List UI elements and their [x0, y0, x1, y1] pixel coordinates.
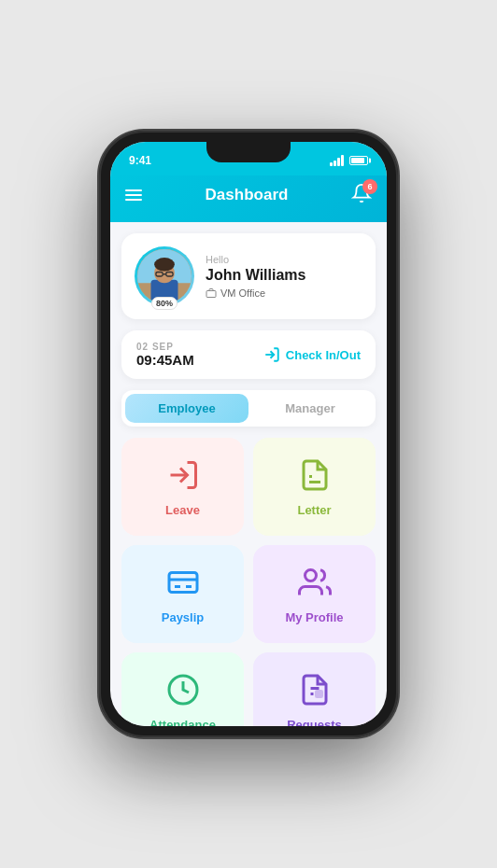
avatar-percent: 80%	[151, 297, 178, 310]
checkin-label: Check In/Out	[286, 348, 361, 362]
card-myprofile[interactable]: My Profile	[253, 545, 376, 643]
office-name: VM Office	[220, 287, 265, 299]
card-attendance[interactable]: Attendance	[121, 652, 244, 726]
notch	[206, 142, 291, 162]
date-label: 02 SEP	[136, 342, 194, 352]
svg-point-4	[154, 258, 175, 272]
checkin-button[interactable]: Check In/Out	[263, 346, 361, 363]
datetime-row: 02 SEP 09:45AM Check In/Out	[121, 330, 376, 379]
tabs-row: Employee Manager	[121, 390, 376, 427]
signal-icon	[330, 155, 344, 166]
profile-name: John Williams	[206, 267, 362, 284]
checkin-icon	[263, 346, 280, 363]
leave-icon	[164, 456, 202, 494]
letter-icon	[296, 456, 334, 494]
notification-badge: 6	[362, 179, 377, 194]
profile-icon	[296, 564, 334, 601]
letter-label: Letter	[297, 503, 331, 517]
header-title: Dashboard	[206, 186, 289, 204]
svg-rect-8	[206, 291, 216, 298]
payslip-icon	[164, 564, 202, 601]
profile-info: Hello John Williams VM Office	[206, 254, 362, 299]
avatar	[137, 249, 192, 303]
header: Dashboard 6	[110, 175, 387, 222]
profile-office: VM Office	[206, 287, 362, 299]
card-requests[interactable]: Requests	[253, 652, 376, 726]
status-time: 9:41	[129, 154, 151, 167]
content-area: 80% Hello John Williams VM Office	[110, 222, 387, 726]
time-label: 09:45AM	[136, 352, 194, 368]
tab-employee[interactable]: Employee	[125, 394, 248, 423]
status-icons	[330, 155, 368, 166]
svg-point-13	[305, 570, 316, 581]
profile-hello: Hello	[206, 254, 362, 265]
card-payslip[interactable]: Payslip	[121, 545, 244, 643]
requests-label: Requests	[287, 718, 342, 726]
office-icon	[206, 287, 217, 299]
myprofile-label: My Profile	[285, 610, 343, 624]
payslip-label: Payslip	[162, 610, 205, 624]
tab-manager[interactable]: Manager	[248, 394, 372, 423]
profile-card: 80% Hello John Williams VM Office	[121, 233, 376, 319]
date-block: 02 SEP 09:45AM	[136, 342, 194, 368]
notification-button[interactable]: 6	[351, 183, 372, 207]
leave-label: Leave	[165, 503, 200, 517]
battery-icon	[349, 156, 368, 165]
requests-icon	[296, 671, 334, 708]
svg-rect-15	[316, 692, 321, 697]
card-leave[interactable]: Leave	[121, 438, 244, 536]
menu-button[interactable]	[125, 189, 142, 201]
svg-rect-12	[169, 573, 197, 593]
attendance-icon	[164, 671, 202, 708]
phone-screen: 9:41 Dashboard 6	[110, 142, 387, 726]
avatar-wrapper: 80%	[135, 246, 194, 306]
attendance-label: Attendance	[149, 718, 216, 726]
card-letter[interactable]: Letter	[253, 438, 376, 536]
phone-wrapper: 9:41 Dashboard 6	[99, 131, 398, 737]
cards-grid: Leave Letter	[121, 438, 376, 726]
